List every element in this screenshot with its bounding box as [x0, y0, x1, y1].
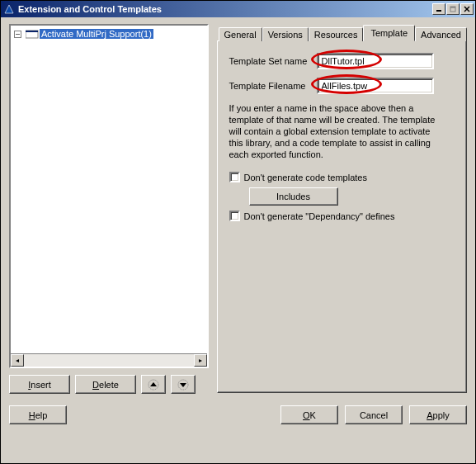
scroll-right-button[interactable]: ▸	[194, 354, 207, 367]
main-row: – Activate MultiPrj Support(1) ◂	[9, 24, 467, 394]
footer-buttons: Help OK Cancel Apply	[9, 405, 467, 424]
insert-button[interactable]: Insert	[9, 375, 70, 394]
tree-view[interactable]: – Activate MultiPrj Support(1) ◂	[9, 24, 209, 368]
left-button-row: Insert Delete	[9, 375, 209, 394]
label-dont-generate-code: Don't generate code templates	[244, 173, 367, 182]
tab-template[interactable]: Template	[363, 25, 415, 41]
row-dont-generate-dependancy[interactable]: Don't generate "Dependancy" defines	[229, 211, 459, 221]
window-title: Extension and Control Templates	[18, 4, 431, 14]
row-filename: Template Filename	[229, 78, 459, 94]
svg-marker-0	[5, 5, 13, 13]
tab-advanced[interactable]: Advanced	[415, 27, 467, 41]
tree-item[interactable]: – Activate MultiPrj Support(1)	[12, 27, 205, 40]
label-dont-generate-dependancy: Don't generate "Dependancy" defines	[244, 211, 395, 221]
svg-rect-7	[26, 31, 38, 32]
tree-inner: – Activate MultiPrj Support(1)	[11, 26, 207, 353]
checkbox-dont-generate-code[interactable]	[229, 172, 240, 182]
tab-general[interactable]: General	[219, 27, 262, 41]
move-up-button[interactable]	[141, 375, 166, 394]
maximize-button[interactable]	[446, 3, 460, 15]
description-text: If you enter a name in the space above t…	[229, 102, 437, 160]
dialog-content: – Activate MultiPrj Support(1) ◂	[1, 17, 475, 463]
cancel-button[interactable]: Cancel	[345, 405, 403, 424]
input-set-name[interactable]	[317, 53, 434, 69]
tab-resources[interactable]: Resources	[309, 27, 364, 41]
apply-button[interactable]: Apply	[409, 405, 467, 424]
scroll-left-button[interactable]: ◂	[11, 354, 24, 367]
close-button[interactable]	[460, 3, 474, 15]
horizontal-scrollbar[interactable]: ◂ ▸	[11, 353, 207, 367]
tab-versions[interactable]: Versions	[262, 27, 309, 41]
dialog-window: Extension and Control Templates –	[0, 0, 476, 464]
checkbox-dont-generate-dependancy[interactable]	[229, 211, 240, 221]
up-arrow-icon	[148, 379, 159, 391]
label-filename: Template Filename	[229, 81, 317, 91]
app-icon	[3, 3, 15, 15]
titlebar[interactable]: Extension and Control Templates	[1, 1, 475, 17]
tab-strip: General Versions Resources Template Adva…	[217, 24, 468, 40]
left-panel: – Activate MultiPrj Support(1) ◂	[9, 24, 209, 394]
ok-button[interactable]: OK	[280, 405, 338, 424]
move-down-button[interactable]	[171, 375, 196, 394]
title-buttons	[431, 3, 474, 15]
delete-button[interactable]: Delete	[75, 375, 136, 394]
help-button[interactable]: Help	[9, 405, 67, 424]
tab-body: Template Set name Template Filename If y…	[217, 40, 468, 393]
down-arrow-icon	[177, 379, 189, 391]
folder-icon	[26, 29, 37, 39]
tree-item-label: Activate MultiPrj Support(1)	[40, 29, 153, 39]
label-set-name: Template Set name	[229, 56, 317, 66]
expand-icon[interactable]: –	[14, 31, 21, 38]
minimize-button[interactable]	[432, 3, 445, 15]
right-panel: General Versions Resources Template Adva…	[217, 24, 468, 394]
row-set-name: Template Set name	[229, 53, 459, 69]
includes-button[interactable]: Includes	[249, 187, 338, 206]
row-dont-generate-code[interactable]: Don't generate code templates	[229, 172, 459, 182]
scroll-track[interactable]	[24, 354, 194, 367]
input-filename[interactable]	[317, 78, 434, 94]
